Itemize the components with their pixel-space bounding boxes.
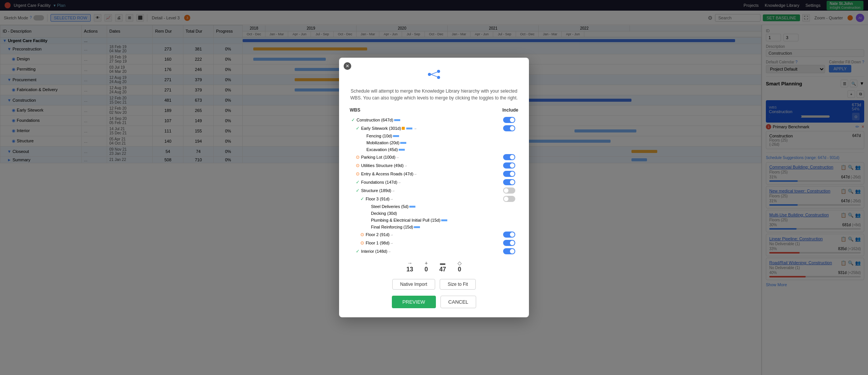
wbs-item-name: Entry & Access Roads (47d) bbox=[361, 172, 413, 176]
stat-bar-value: 47 bbox=[439, 266, 446, 273]
modal-wbs-row: Final Reinforcing (15d) bbox=[348, 224, 520, 230]
modal-wbs-header: WBS Include bbox=[348, 107, 520, 113]
modal-wbs-row: ✓ Floor 3 (91d) → bbox=[348, 195, 520, 203]
modal-wbs-row: ⊙ Floor 1 (98d) → bbox=[348, 239, 520, 247]
wbs-item-name: Final Reinforcing (15d) bbox=[371, 225, 413, 229]
stat-arrow-icon: → bbox=[406, 260, 413, 266]
modal-wbs-row: ✓ Construction (647d) bbox=[348, 116, 520, 124]
modal-wbs-row: ⊙ Parking Lot (100d) → bbox=[348, 153, 520, 161]
modal-wbs-row: Steel Deliveries (5d) bbox=[348, 203, 520, 210]
svg-point-0 bbox=[428, 73, 431, 76]
stat-diamond-value: 0 bbox=[458, 266, 462, 273]
stat-bar: ▬ 47 bbox=[439, 260, 446, 273]
stat-arrow-value: 13 bbox=[406, 266, 413, 273]
modal-wbs-row: Decking (30d) bbox=[348, 210, 520, 217]
wbs-toggle-on[interactable] bbox=[503, 162, 515, 169]
stat-diamond-icon: ◇ bbox=[458, 260, 462, 266]
modal-wbs-list: ✓ Construction (647d) ✓ Early Sitework (… bbox=[348, 116, 520, 255]
wbs-item-name: Structure (189d) bbox=[361, 188, 391, 193]
stat-plus: + 0 bbox=[425, 260, 428, 273]
native-import-button[interactable]: Native Import bbox=[392, 279, 435, 290]
modal-stats: → 13 + 0 ▬ 47 ◇ 0 bbox=[348, 260, 520, 273]
modal-description: Schedule will attempt to merge the Knowl… bbox=[348, 88, 520, 101]
wbs-toggle-off[interactable] bbox=[503, 188, 515, 194]
wbs-toggle-on[interactable] bbox=[503, 171, 515, 177]
modal-wbs-row: ✓ Foundations (147d) → bbox=[348, 178, 520, 186]
svg-point-1 bbox=[437, 70, 440, 73]
modal-footer-buttons: Native Import Size to Fit bbox=[348, 279, 520, 290]
wbs-item-name: Mobilization (20d) bbox=[366, 140, 399, 145]
svg-line-3 bbox=[431, 72, 437, 74]
svg-line-4 bbox=[431, 74, 437, 77]
wbs-item-name: Early Sitework (301d) bbox=[361, 126, 401, 131]
stat-plus-value: 0 bbox=[425, 266, 428, 273]
svg-point-2 bbox=[437, 76, 440, 79]
size-to-fit-button[interactable]: Size to Fit bbox=[440, 279, 476, 290]
wbs-toggle-on[interactable] bbox=[503, 125, 515, 131]
stat-bar-icon: ▬ bbox=[439, 260, 446, 266]
wbs-toggle-off[interactable] bbox=[503, 196, 515, 202]
stat-plus-icon: + bbox=[425, 260, 428, 266]
wbs-item-name: Construction (647d) bbox=[357, 118, 393, 122]
modal-wbs-row: ✓ Interior (148d) → bbox=[348, 247, 520, 255]
wbs-item-name: Fencing (10d) bbox=[366, 134, 392, 138]
modal-overlay[interactable]: ✕ Schedule will attempt to merge the Kno… bbox=[0, 0, 868, 375]
wbs-toggle-on[interactable] bbox=[503, 248, 515, 254]
cancel-button[interactable]: CANCEL bbox=[440, 296, 477, 308]
modal-close-button[interactable]: ✕ bbox=[344, 62, 351, 70]
wbs-item-name: Parking Lot (100d) bbox=[361, 155, 396, 159]
modal-wbs-row: ⊙ Entry & Access Roads (47d) → bbox=[348, 170, 520, 178]
wbs-toggle-on[interactable] bbox=[503, 154, 515, 160]
wbs-toggle-on[interactable] bbox=[503, 179, 515, 185]
wbs-item-name: Interior (148d) bbox=[361, 249, 387, 254]
wbs-item-name: Floor 3 (91d) bbox=[366, 197, 390, 201]
modal-wbs-row: ⊙ Floor 2 (91d) → bbox=[348, 230, 520, 239]
wbs-item-name: Utilities Structure (49d) bbox=[361, 163, 404, 168]
stat-arrow: → 13 bbox=[406, 260, 413, 273]
modal-wbs-row: ✓ Early Sitework (301d) → bbox=[348, 124, 520, 132]
modal-wbs-label: WBS bbox=[350, 107, 360, 113]
modal-dialog: ✕ Schedule will attempt to merge the Kno… bbox=[339, 58, 529, 317]
merge-icon bbox=[426, 67, 442, 82]
modal-wbs-row: ✓ Structure (189d) → bbox=[348, 186, 520, 195]
modal-wbs-row: ⊙ Utilities Structure (49d) → bbox=[348, 161, 520, 170]
wbs-toggle-on[interactable] bbox=[503, 117, 515, 123]
preview-button[interactable]: PREVIEW bbox=[392, 296, 436, 308]
wbs-item-name: Foundations (147d) bbox=[361, 180, 397, 184]
stat-diamond: ◇ 0 bbox=[458, 260, 462, 273]
wbs-item-name: Floor 2 (91d) bbox=[366, 232, 390, 237]
modal-wbs-row: Excavation (45d) bbox=[348, 146, 520, 153]
wbs-item-name: Floor 1 (98d) bbox=[366, 241, 390, 245]
wbs-item-name: Decking (30d) bbox=[371, 211, 397, 216]
modal-action-buttons: PREVIEW CANCEL bbox=[348, 296, 520, 308]
wbs-toggle-on[interactable] bbox=[503, 240, 515, 246]
wbs-item-name: Steel Deliveries (5d) bbox=[371, 204, 409, 209]
wbs-item-name: Excavation (45d) bbox=[366, 147, 398, 152]
wbs-item-name: Plumbing & Electrical Initial Pull (15d) bbox=[371, 218, 440, 222]
modal-include-label: Include bbox=[502, 107, 518, 113]
modal-wbs-row: Plumbing & Electrical Initial Pull (15d) bbox=[348, 217, 520, 224]
modal-wbs-row: Mobilization (20d) bbox=[348, 139, 520, 146]
wbs-toggle-on[interactable] bbox=[503, 232, 515, 238]
modal-wbs-row: Fencing (10d) bbox=[348, 132, 520, 139]
modal-icon bbox=[348, 67, 520, 83]
